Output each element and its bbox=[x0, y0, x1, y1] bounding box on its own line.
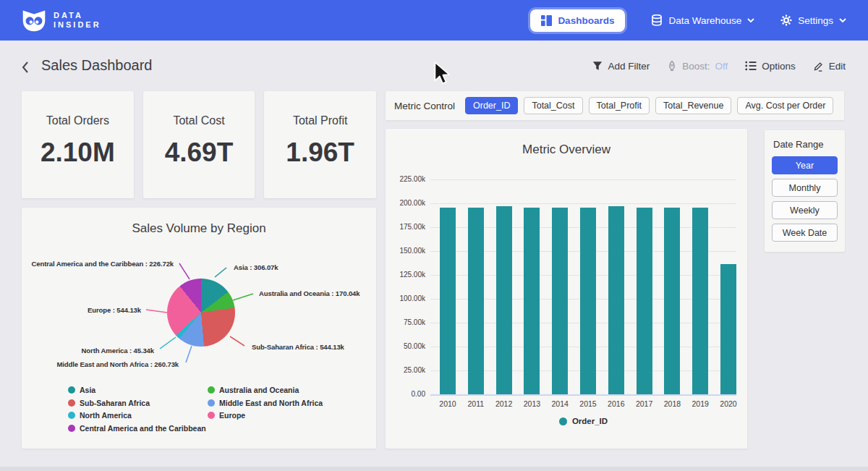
kpi-label: Total Cost bbox=[173, 114, 224, 127]
kpi-label: Total Orders bbox=[46, 114, 109, 127]
bar-2017[interactable] bbox=[637, 208, 652, 394]
date-range-button-year[interactable]: Year bbox=[772, 156, 838, 174]
gear-icon bbox=[780, 14, 792, 26]
chevron-down-icon bbox=[747, 18, 754, 23]
y-tick-label: 125.00k bbox=[386, 271, 425, 279]
pie-callout-europe: Europe : 544.13k bbox=[88, 306, 141, 314]
bar-2020[interactable] bbox=[720, 264, 736, 394]
pie-legend-item-central-america-and-the-caribbean[interactable]: Central America and the Caribbean bbox=[68, 424, 206, 433]
database-icon bbox=[651, 14, 663, 26]
add-filter-button[interactable]: Add Filter bbox=[592, 61, 650, 72]
pie-chart[interactable] bbox=[167, 279, 235, 347]
sales-dashboard-screen: DATA INSIDER Dashboards Data Warehou bbox=[0, 0, 868, 471]
legend-label: North America bbox=[80, 411, 132, 420]
top-nav: DATA INSIDER Dashboards Data Warehou bbox=[0, 0, 868, 41]
bar-2019[interactable] bbox=[692, 208, 708, 394]
edit-button[interactable]: Edit bbox=[813, 61, 846, 72]
metric-control-label: Metric Control bbox=[394, 101, 455, 111]
data-warehouse-menu[interactable]: Data Warehouse bbox=[651, 14, 754, 26]
date-range-card: Date Range YearMonthlyWeeklyWeek Date bbox=[765, 130, 845, 252]
metric-button-order-id[interactable]: Order_ID bbox=[465, 97, 518, 114]
options-button[interactable]: Options bbox=[745, 61, 796, 72]
x-tick-label: 2012 bbox=[490, 399, 519, 408]
y-tick-label: 100.00k bbox=[386, 294, 425, 302]
bar-chart-title: Metric Overview bbox=[386, 129, 747, 157]
list-options-icon bbox=[745, 61, 757, 71]
legend-label: Central America and the Caribbean bbox=[80, 424, 206, 433]
legend-label: Sub-Saharan Africa bbox=[80, 399, 150, 407]
metric-button-total-cost[interactable]: Total_Cost bbox=[524, 97, 582, 114]
bar-2012[interactable] bbox=[496, 206, 512, 394]
gridline bbox=[430, 203, 736, 204]
kpi-row: Total Orders 2.10M Total Cost 4.69T Tota… bbox=[22, 91, 376, 198]
legend-dot bbox=[208, 386, 215, 394]
metric-button-avg-cost-per-order[interactable]: Avg. Cost per Order bbox=[737, 97, 833, 114]
owl-logo-icon bbox=[22, 8, 46, 33]
pie-legend-item-middle-east-and-north-africa[interactable]: Middle East and North Africa bbox=[208, 399, 323, 407]
back-button[interactable] bbox=[20, 61, 33, 74]
pie-legend-item-north-america[interactable]: North America bbox=[68, 411, 132, 420]
x-tick-label: 2019 bbox=[686, 399, 715, 408]
dashboards-button[interactable]: Dashboards bbox=[530, 9, 625, 32]
bar-2010[interactable] bbox=[440, 208, 456, 394]
kpi-value: 1.96T bbox=[286, 137, 354, 168]
metric-buttons: Order_IDTotal_CostTotal_ProfitTotal_Reve… bbox=[465, 97, 833, 114]
bar-legend-item-order-id[interactable]: Order_ID bbox=[559, 417, 608, 425]
app-logo[interactable]: DATA INSIDER bbox=[22, 8, 101, 33]
bar-2011[interactable] bbox=[468, 208, 484, 394]
kpi-label: Total Profit bbox=[293, 114, 348, 127]
y-tick-label: 200.00k bbox=[386, 199, 425, 207]
pie-legend-item-australia-and-oceania[interactable]: Australia and Oceania bbox=[208, 386, 299, 394]
pie-legend-item-sub-saharan-africa[interactable]: Sub-Saharan Africa bbox=[68, 399, 150, 407]
metric-overview-card: Metric Overview 0.0025.00k50.00k75.00k10… bbox=[386, 129, 747, 449]
kpi-card-total-cost: Total Cost 4.69T bbox=[143, 91, 255, 198]
kpi-card-total-profit: Total Profit 1.96T bbox=[264, 91, 376, 198]
filter-funnel-icon bbox=[592, 61, 603, 71]
boost-toggle[interactable]: Boost: Off bbox=[667, 60, 728, 72]
x-tick-label: 2020 bbox=[714, 399, 743, 408]
bar-2014[interactable] bbox=[552, 208, 568, 394]
legend-dot bbox=[68, 399, 75, 407]
logo-text: DATA INSIDER bbox=[54, 11, 101, 30]
pie-callout-sub-saharan-africa: Sub-Saharan Africa : 544.13k bbox=[252, 343, 344, 351]
metric-control-bar: Metric Control Order_IDTotal_CostTotal_P… bbox=[386, 91, 844, 120]
sales-volume-card: Sales Volume by Region Asia : 306.07kAus… bbox=[22, 208, 376, 449]
x-tick-label: 2017 bbox=[630, 399, 659, 408]
bar-2016[interactable] bbox=[608, 206, 624, 394]
date-range-button-week-date[interactable]: Week Date bbox=[772, 224, 838, 242]
pie-legend-item-europe[interactable]: Europe bbox=[208, 411, 245, 420]
kpi-card-total-orders: Total Orders 2.10M bbox=[22, 91, 134, 198]
bar-2013[interactable] bbox=[524, 208, 540, 394]
bar-2015[interactable] bbox=[580, 208, 596, 394]
x-tick-label: 2011 bbox=[461, 399, 490, 408]
legend-dot bbox=[68, 386, 75, 394]
mouse-cursor bbox=[433, 61, 451, 85]
legend-label: Middle East and North Africa bbox=[219, 399, 323, 407]
legend-dot bbox=[68, 425, 75, 432]
x-tick-label: 2015 bbox=[574, 399, 603, 408]
bar-2018[interactable] bbox=[664, 208, 680, 394]
x-axis-line bbox=[430, 394, 736, 396]
dashboard-grid-icon bbox=[541, 15, 552, 26]
pie-callout-asia: Asia : 306.07k bbox=[234, 263, 278, 271]
boost-label: Boost: bbox=[682, 61, 710, 72]
y-tick-label: 75.00k bbox=[386, 318, 425, 326]
bar-chart-legend: Order_ID bbox=[430, 417, 736, 425]
y-tick-label: 150.00k bbox=[386, 247, 425, 255]
x-tick-label: 2010 bbox=[433, 399, 462, 408]
legend-label: Europe bbox=[219, 411, 245, 420]
y-tick-label: 225.00k bbox=[386, 175, 425, 183]
pencil-icon bbox=[813, 61, 824, 72]
header-actions: Add Filter Boost: Off Options bbox=[592, 60, 846, 72]
settings-menu[interactable]: Settings bbox=[780, 14, 846, 26]
date-range-button-weekly[interactable]: Weekly bbox=[772, 201, 838, 219]
metric-button-total-profit[interactable]: Total_Profit bbox=[589, 97, 650, 114]
page-title: Sales Dashboard bbox=[41, 57, 152, 74]
date-range-label: Date Range bbox=[773, 139, 838, 150]
metric-button-total-revenue[interactable]: Total_Revenue bbox=[655, 97, 731, 114]
rocket-icon bbox=[667, 60, 677, 72]
pie-legend-item-asia[interactable]: Asia bbox=[68, 386, 95, 394]
y-tick-label: 25.00k bbox=[386, 366, 425, 374]
x-tick-label: 2016 bbox=[602, 399, 631, 408]
date-range-button-monthly[interactable]: Monthly bbox=[772, 179, 838, 197]
